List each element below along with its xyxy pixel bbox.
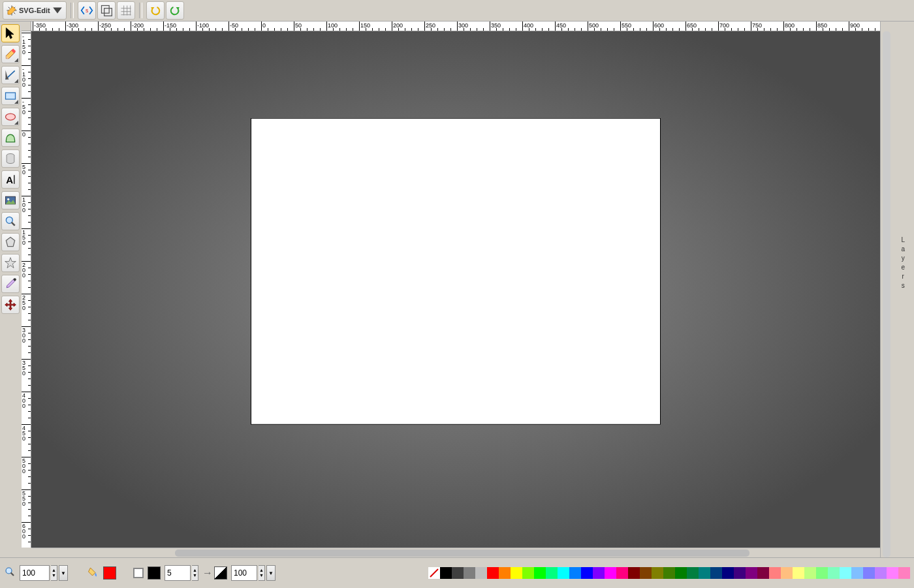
- svg-marker-30: [5, 258, 16, 268]
- palette-color[interactable]: [793, 567, 804, 579]
- palette-color[interactable]: [640, 567, 652, 579]
- edit-source-button[interactable]: s: [78, 1, 96, 20]
- palette-color[interactable]: [710, 567, 722, 579]
- canvas-workarea[interactable]: [31, 31, 880, 548]
- star-tool[interactable]: [1, 254, 20, 272]
- zoom-tool[interactable]: [1, 212, 20, 230]
- redo-button[interactable]: [166, 1, 184, 20]
- app-title: SVG-Edit: [19, 7, 50, 14]
- palette-color[interactable]: [769, 567, 781, 579]
- tools-panel: A: [0, 22, 22, 548]
- select-tool[interactable]: [1, 24, 20, 42]
- stroke-width-input[interactable]: [165, 565, 191, 581]
- palette-none[interactable]: [428, 567, 440, 579]
- svg-canvas[interactable]: [251, 117, 661, 424]
- horizontal-scrollbar[interactable]: [31, 548, 880, 557]
- palette-color[interactable]: [804, 567, 816, 579]
- palette-color[interactable]: [816, 567, 828, 579]
- palette-color[interactable]: [851, 567, 863, 579]
- svg-text:A: A: [6, 174, 13, 185]
- palette-color[interactable]: [487, 567, 499, 579]
- palette-color[interactable]: [781, 567, 793, 579]
- palette-color[interactable]: [675, 567, 687, 579]
- line-tool[interactable]: [1, 66, 20, 84]
- eyedropper-tool[interactable]: [1, 275, 20, 293]
- separator: [71, 3, 74, 18]
- palette-color[interactable]: [546, 567, 558, 579]
- palette-color[interactable]: [464, 567, 475, 579]
- opacity-input[interactable]: [231, 565, 257, 581]
- palette-color[interactable]: [628, 567, 640, 579]
- palette-color[interactable]: [699, 567, 710, 579]
- rect-tool[interactable]: [1, 87, 20, 105]
- stroke-color-swatch[interactable]: [148, 566, 161, 580]
- palette-color[interactable]: [605, 567, 616, 579]
- undo-button[interactable]: [146, 1, 165, 20]
- arrow-icon: →: [202, 567, 210, 579]
- vertical-scrollbar[interactable]: [883, 31, 890, 557]
- palette-color[interactable]: [734, 567, 746, 579]
- right-scroll-strip: [880, 22, 892, 557]
- palette-color[interactable]: [863, 567, 875, 579]
- palette-color[interactable]: [828, 567, 840, 579]
- text-tool[interactable]: A: [1, 170, 20, 189]
- history-group: [146, 1, 184, 20]
- path-tool[interactable]: [1, 129, 20, 147]
- palette-color[interactable]: [652, 567, 663, 579]
- palette-color[interactable]: [687, 567, 699, 579]
- palette-color[interactable]: [746, 567, 757, 579]
- palette-color[interactable]: [616, 567, 628, 579]
- palette-color[interactable]: [558, 567, 569, 579]
- palette-color[interactable]: [663, 567, 675, 579]
- palette-color[interactable]: [887, 567, 898, 579]
- palette-color[interactable]: [522, 567, 534, 579]
- wireframe-button[interactable]: [97, 1, 116, 20]
- palette-color[interactable]: [757, 567, 769, 579]
- stroke-style-swatch[interactable]: [214, 566, 227, 580]
- palette-color[interactable]: [452, 567, 464, 579]
- zoom-icon: [4, 566, 16, 580]
- svg-point-31: [14, 278, 16, 281]
- fill-color-swatch[interactable]: [103, 566, 116, 580]
- palette-color[interactable]: [581, 567, 593, 579]
- opacity-control: ▲▼ ▼: [231, 565, 276, 581]
- image-tool[interactable]: [1, 191, 20, 209]
- panning-tool[interactable]: [1, 296, 20, 314]
- pencil-tool[interactable]: [1, 45, 20, 63]
- scrollbar-thumb[interactable]: [175, 549, 749, 557]
- palette-color[interactable]: [440, 567, 452, 579]
- stroke-bg-swatch[interactable]: [133, 568, 144, 578]
- svg-rect-20: [6, 93, 16, 99]
- opacity-dropdown[interactable]: ▼: [266, 565, 276, 581]
- zoom-control: ▲▼ ▼: [20, 565, 68, 581]
- palette-color[interactable]: [475, 567, 487, 579]
- ellipse-tool[interactable]: [1, 108, 20, 126]
- palette-color[interactable]: [569, 567, 581, 579]
- zoom-input[interactable]: [20, 565, 50, 581]
- show-grid-button[interactable]: [117, 1, 135, 20]
- svg-rect-11: [104, 8, 112, 16]
- edit-group: s: [78, 1, 135, 20]
- palette-color[interactable]: [898, 567, 910, 579]
- palette-color[interactable]: [840, 567, 851, 579]
- zoom-dropdown[interactable]: ▼: [59, 565, 68, 581]
- palette-color[interactable]: [875, 567, 887, 579]
- shapelib-tool[interactable]: [1, 149, 20, 168]
- svg-line-34: [430, 569, 438, 577]
- ruler-corner: [22, 22, 31, 31]
- main-menu-button[interactable]: SVG-Edit: [3, 1, 67, 20]
- polygon-tool[interactable]: [1, 233, 20, 251]
- vertical-ruler: [22, 31, 31, 548]
- separator: [139, 3, 142, 18]
- opacity-spinner[interactable]: ▲▼: [259, 565, 265, 581]
- palette-color[interactable]: [722, 567, 734, 579]
- stroke-width-spinner[interactable]: ▲▼: [192, 565, 198, 581]
- layers-panel-tab[interactable]: Layers: [892, 235, 914, 290]
- palette-color[interactable]: [534, 567, 546, 579]
- fill-icon: [87, 566, 99, 580]
- zoom-spinner[interactable]: ▲▼: [51, 565, 57, 581]
- palette-color[interactable]: [593, 567, 605, 579]
- palette-color[interactable]: [499, 567, 511, 579]
- palette-color[interactable]: [511, 567, 522, 579]
- bottom-panel: ▲▼ ▼ ▲▼ → ▲▼ ▼: [0, 557, 914, 588]
